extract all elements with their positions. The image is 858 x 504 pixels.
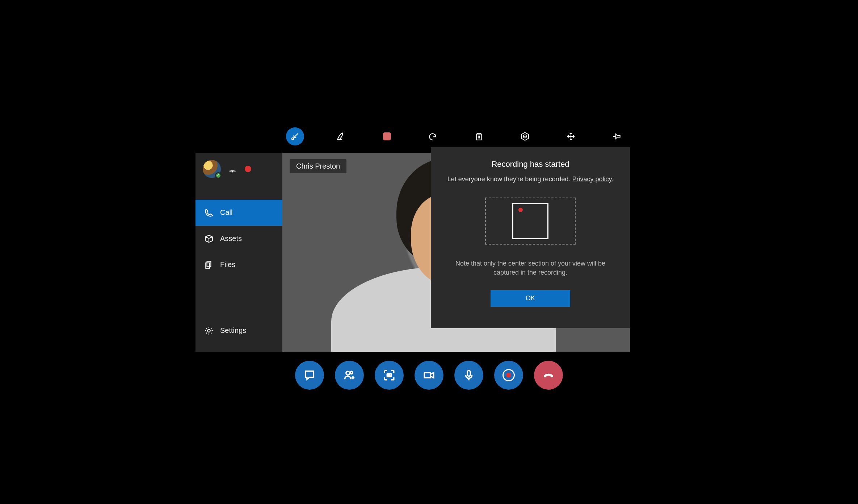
svg-point-9 xyxy=(388,374,390,376)
dialog-title: Recording has started xyxy=(491,160,569,169)
dialog-subtitle: Let everyone know they're being recorded… xyxy=(447,175,613,183)
files-icon xyxy=(204,260,214,270)
phone-icon xyxy=(204,208,214,217)
sidebar-item-settings[interactable]: Settings xyxy=(195,318,282,344)
toolbar-undo-button[interactable] xyxy=(424,127,442,145)
capture-icon xyxy=(383,369,395,381)
recording-area-diagram xyxy=(485,198,576,245)
participant-name-tag: Chris Preston xyxy=(290,159,346,173)
nav-list: Call Assets Files xyxy=(195,200,282,278)
video-icon xyxy=(423,369,435,381)
sidebar-item-call[interactable]: Call xyxy=(195,200,282,226)
svg-point-0 xyxy=(292,137,294,139)
chat-button[interactable] xyxy=(295,361,324,390)
privacy-policy-link[interactable]: Privacy policy. xyxy=(572,175,613,183)
svg-point-6 xyxy=(346,371,350,375)
add-people-button[interactable] xyxy=(335,361,364,390)
sidebar-item-label: Call xyxy=(220,208,232,217)
gear-icon xyxy=(204,326,214,335)
toolbar-delete-button[interactable] xyxy=(470,127,488,145)
sidebar: Call Assets Files Settings xyxy=(195,153,282,352)
top-toolbar xyxy=(286,126,652,147)
record-button[interactable] xyxy=(494,361,523,390)
sidebar-item-label: Assets xyxy=(220,234,242,243)
sidebar-header xyxy=(195,153,282,185)
signal-icon xyxy=(227,164,237,174)
locate-icon xyxy=(520,132,530,141)
mic-icon xyxy=(463,369,475,381)
dialog-note: Note that only the center section of you… xyxy=(445,259,615,277)
ink-icon xyxy=(336,132,346,141)
recording-indicator-icon xyxy=(244,165,252,173)
capture-button[interactable] xyxy=(375,361,404,390)
toolbar-pin-button[interactable] xyxy=(608,127,626,145)
undo-icon xyxy=(428,132,438,141)
svg-point-4 xyxy=(232,171,233,172)
toolbar-minimize-button[interactable] xyxy=(286,127,304,145)
toolbar-ink-button[interactable] xyxy=(332,127,350,145)
toolbar-locate-button[interactable] xyxy=(516,127,534,145)
chat-icon xyxy=(303,369,316,381)
dialog-ok-button[interactable]: OK xyxy=(491,290,570,307)
move-icon xyxy=(566,132,576,141)
box-icon xyxy=(204,234,214,243)
sidebar-item-label: Files xyxy=(220,261,235,269)
avatar[interactable] xyxy=(203,160,221,178)
delete-icon xyxy=(474,132,484,141)
recording-started-dialog: Recording has started Let everyone know … xyxy=(431,147,630,328)
stop-icon xyxy=(383,132,391,140)
svg-rect-10 xyxy=(424,372,430,377)
svg-point-7 xyxy=(350,371,353,374)
sidebar-item-assets[interactable]: Assets xyxy=(195,226,282,252)
hangup-icon xyxy=(542,369,555,381)
svg-point-3 xyxy=(524,136,525,137)
minimize-icon xyxy=(290,132,300,141)
presence-online-icon xyxy=(215,172,222,179)
nav-spacer xyxy=(195,278,282,318)
recording-area-inner xyxy=(512,203,548,239)
toolbar-stop-button[interactable] xyxy=(378,127,396,145)
record-icon xyxy=(502,369,515,381)
call-controls-bar xyxy=(170,361,688,390)
dialog-subtitle-text: Let everyone know they're being recorded… xyxy=(447,175,572,183)
video-button[interactable] xyxy=(415,361,443,390)
pin-icon xyxy=(612,132,622,141)
app-window: Call Assets Files Settings xyxy=(170,100,688,404)
recording-dot-icon xyxy=(518,208,523,212)
sidebar-item-label: Settings xyxy=(220,326,246,335)
toolbar-move-button[interactable] xyxy=(562,127,580,145)
add-people-icon xyxy=(343,369,356,381)
hangup-button[interactable] xyxy=(534,361,563,390)
mic-button[interactable] xyxy=(454,361,483,390)
svg-point-5 xyxy=(207,329,210,332)
svg-rect-11 xyxy=(467,370,471,376)
sidebar-item-files[interactable]: Files xyxy=(195,252,282,278)
